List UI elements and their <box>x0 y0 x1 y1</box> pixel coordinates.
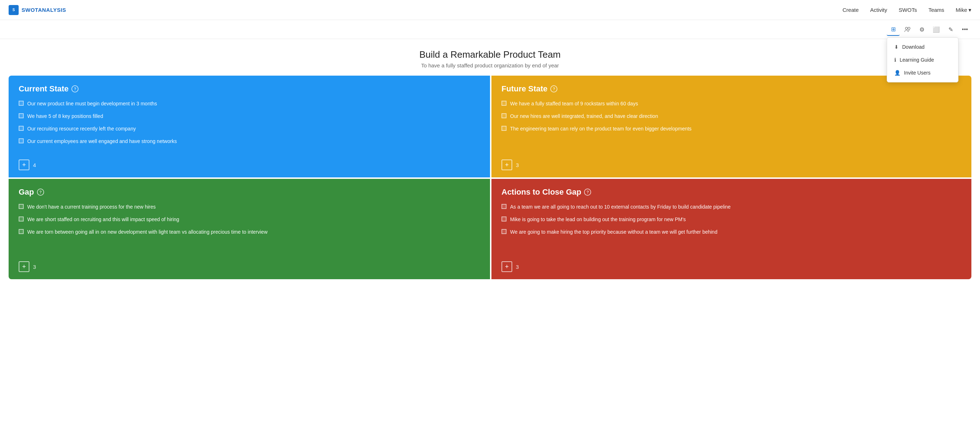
current-state-header: Current State ? <box>19 84 480 94</box>
chevron-down-icon: ▾ <box>969 7 971 13</box>
gap-count: 3 <box>33 264 36 270</box>
item-text: Our new product line must begin developm… <box>27 100 157 108</box>
future-state-footer: + 3 <box>501 159 961 170</box>
item-text: We are short staffed on recruiting and t… <box>27 216 179 223</box>
brand-name: SWOTANALYSIS <box>22 7 66 13</box>
swot-grid: Current State ? Our new product line mus… <box>9 76 971 279</box>
actions-help[interactable]: ? <box>584 189 591 196</box>
list-item: As a team we are all going to reach out … <box>501 203 961 211</box>
user-icon: 👤 <box>894 70 900 76</box>
download-icon: ⬇ <box>894 44 899 50</box>
edit-button[interactable]: ✎ <box>944 23 957 36</box>
list-item: Our new hires are well integrated, train… <box>501 113 961 120</box>
nav-activity[interactable]: Activity <box>870 7 888 13</box>
add-gap-button[interactable]: + <box>19 261 29 272</box>
list-item: The engineering team can rely on the pro… <box>501 125 961 133</box>
item-text: As a team we are all going to reach out … <box>510 203 731 211</box>
page-header: Build a Remarkable Product Team To have … <box>0 39 980 76</box>
svg-point-1 <box>908 27 910 29</box>
list-item: We are going to make hiring the top prio… <box>501 228 961 236</box>
team-view-button[interactable] <box>901 23 914 36</box>
future-state-help[interactable]: ? <box>550 85 557 92</box>
bullet-icon <box>501 113 506 118</box>
item-text: We are going to make hiring the top prio… <box>510 228 718 236</box>
learning-guide-label: Learning Guide <box>900 57 934 63</box>
item-text: We have a fully staffed team of 9 rockst… <box>510 100 638 108</box>
future-state-items: We have a fully staffed team of 9 rockst… <box>501 100 961 155</box>
gap-quadrant: Gap ? We don't have a current training p… <box>9 179 490 279</box>
svg-point-0 <box>905 27 908 29</box>
bullet-icon <box>19 101 24 106</box>
item-text: Our recruiting resource recently left th… <box>27 125 136 133</box>
list-item: We are short staffed on recruiting and t… <box>19 216 480 223</box>
future-state-title: Future State <box>501 84 547 94</box>
info-icon: ℹ <box>894 57 896 63</box>
page-title: Build a Remarkable Product Team <box>6 49 974 60</box>
actions-count: 3 <box>516 264 519 270</box>
bullet-icon <box>501 101 506 106</box>
invite-users-label: Invite Users <box>904 70 931 76</box>
list-item: We don't have a current training process… <box>19 203 480 211</box>
brand-icon: S <box>9 5 19 15</box>
actions-quadrant: Actions to Close Gap ? As a team we are … <box>492 179 971 279</box>
settings-button[interactable]: ⚙ <box>915 23 928 36</box>
layout-button[interactable]: ⬜ <box>930 23 943 36</box>
list-item: We have a fully staffed team of 9 rockst… <box>501 100 961 108</box>
navbar: S SWOTANALYSIS Create Activity SWOTs Tea… <box>0 0 980 20</box>
add-actions-button[interactable]: + <box>501 261 512 272</box>
page-subtitle: To have a fully staffed product organiza… <box>6 62 974 68</box>
nav-swots[interactable]: SWOTs <box>899 7 917 13</box>
bullet-icon <box>501 126 506 131</box>
bullet-icon <box>19 229 24 234</box>
item-text: Mike is going to take the lead on buildi… <box>510 216 686 223</box>
list-item: Our new product line must begin developm… <box>19 100 480 108</box>
item-text: Our current employees are well engaged a… <box>27 138 177 145</box>
gap-header: Gap ? <box>19 187 480 197</box>
add-current-state-button[interactable]: + <box>19 159 29 170</box>
actions-footer: + 3 <box>501 261 961 272</box>
gap-items: We don't have a current training process… <box>19 203 480 257</box>
gap-footer: + 3 <box>19 261 480 272</box>
bullet-icon <box>19 138 24 143</box>
bullet-icon <box>19 216 24 221</box>
gap-help[interactable]: ? <box>37 189 44 196</box>
invite-users-item[interactable]: 👤 Invite Users <box>887 66 958 79</box>
toolbar: ⊞ ⚙ ⬜ ✎ ••• ⬇ Download ℹ Learning Guide … <box>0 20 980 39</box>
actions-title: Actions to Close Gap <box>501 187 581 197</box>
bullet-icon <box>19 113 24 118</box>
download-label: Download <box>902 44 924 50</box>
bullet-icon <box>19 204 24 209</box>
bullet-icon <box>501 229 506 234</box>
item-text: We don't have a current training process… <box>27 203 156 211</box>
list-item: Our current employees are well engaged a… <box>19 138 480 145</box>
user-menu[interactable]: Mike ▾ <box>956 7 971 13</box>
current-state-footer: + 4 <box>19 159 480 170</box>
nav-teams[interactable]: Teams <box>928 7 944 13</box>
list-item: Mike is going to take the lead on buildi… <box>501 216 961 223</box>
current-state-quadrant: Current State ? Our new product line mus… <box>9 76 490 178</box>
bullet-icon <box>501 204 506 209</box>
future-state-header: Future State ? <box>501 84 961 94</box>
nav-links: Create Activity SWOTs Teams Mike ▾ <box>843 7 971 13</box>
future-state-quadrant: Future State ? We have a fully staffed t… <box>492 76 971 178</box>
current-state-count: 4 <box>33 162 36 168</box>
item-text: Our new hires are well integrated, train… <box>510 113 658 120</box>
learning-guide-item[interactable]: ℹ Learning Guide <box>887 53 958 66</box>
current-state-help[interactable]: ? <box>72 85 78 92</box>
item-text: We have 5 of 8 key positions filled <box>27 113 103 120</box>
current-state-items: Our new product line must begin developm… <box>19 100 480 155</box>
gap-title: Gap <box>19 187 34 197</box>
add-future-state-button[interactable]: + <box>501 159 512 170</box>
list-item: We are torn between going all in on new … <box>19 228 480 236</box>
future-state-count: 3 <box>516 162 519 168</box>
brand: S SWOTANALYSIS <box>9 5 66 15</box>
nav-create[interactable]: Create <box>843 7 859 13</box>
bullet-icon <box>501 216 506 221</box>
download-item[interactable]: ⬇ Download <box>887 41 958 53</box>
item-text: The engineering team can rely on the pro… <box>510 125 692 133</box>
grid-view-button[interactable]: ⊞ <box>887 23 900 36</box>
more-options-button[interactable]: ••• <box>958 23 971 36</box>
bullet-icon <box>19 126 24 131</box>
list-item: Our recruiting resource recently left th… <box>19 125 480 133</box>
item-text: We are torn between going all in on new … <box>27 228 267 236</box>
